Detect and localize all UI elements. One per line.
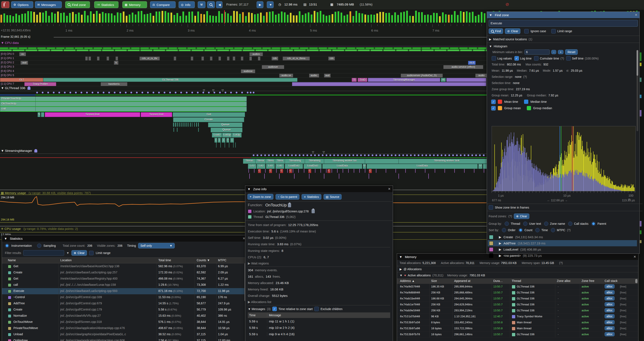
- sample-dot[interactable]: [70, 92, 71, 93]
- sample-dot[interactable]: [164, 92, 165, 93]
- stream-zone[interactable]: Streaming worker task: [398, 159, 495, 164]
- radio-order[interactable]: [502, 228, 506, 232]
- cpu-zone[interactable]: audioser: [262, 65, 284, 69]
- active-allocations-row[interactable]: ▼♥ Active allocations (70,311) Memory us…: [397, 272, 638, 278]
- stream-zone[interactable]: [365, 159, 399, 164]
- message-row[interactable]: 5.59 smip 9 w 4 h 4 (16): [248, 331, 390, 337]
- message-marker[interactable]: C: [258, 169, 261, 173]
- memory-row[interactable]: 0x7531d7b04096 KB1:10 234,952,16112:40.7…: [397, 314, 638, 320]
- copy-clipboard-icon[interactable]: [312, 209, 315, 213]
- cpu-graph-header[interactable]: ✳ CPU usage (y-range: 0.78%, visible dat…: [1, 227, 78, 231]
- stream-zone[interactable]: Strea: [266, 159, 275, 164]
- sample-dot[interactable]: [169, 92, 171, 93]
- column-header[interactable]: Size: [431, 279, 437, 282]
- cpu-zone[interactable]: audiose: [241, 69, 255, 73]
- stats-row[interactable]: ~Controljni/../jni/src/guif/Control.cpp:…: [2, 294, 248, 300]
- gl-zone[interactable]: LoUp: [232, 133, 242, 138]
- cpu-zone[interactable]: GLThread 336: [43, 78, 298, 82]
- memory-row[interactable]: 0x74ab9e5040256 KB293,994,219ns13:50.7GL…: [397, 308, 638, 314]
- alloc-callstack-button[interactable]: alloc: [604, 302, 614, 306]
- info-button[interactable]: ◎Info: [178, 1, 195, 8]
- cpu-zone[interactable]: kworker/u: [100, 82, 128, 86]
- column-header[interactable]: Zone free: [582, 279, 594, 282]
- sample-dot[interactable]: [175, 92, 176, 93]
- sample-dot[interactable]: [114, 92, 116, 93]
- cpu-data-header[interactable]: ▼ CPU data: [1, 41, 19, 45]
- zone-info-field[interactable]: ▶ Wait regions: [248, 260, 390, 267]
- sample-dot[interactable]: [406, 154, 408, 156]
- sample-dot[interactable]: [437, 154, 438, 156]
- sample-dot[interactable]: [253, 92, 254, 93]
- stats-row[interactable]: calljni/../jni/../../../src/claw/base/Lu…: [2, 282, 248, 288]
- sample-dot[interactable]: [202, 92, 204, 93]
- histogram-plot[interactable]: [492, 126, 636, 191]
- column-header[interactable]: Address ▲: [400, 279, 415, 282]
- messages-tree-toggle[interactable]: ▼ Messages: [248, 307, 265, 311]
- column-header[interactable]: Appeared at: [454, 279, 470, 282]
- memory-row[interactable]: 0x74a9d68040256 KB295,668,489ns13:50.7GL…: [397, 290, 638, 296]
- stream-zone[interactable]: Strea: [275, 159, 285, 164]
- collapsed-zone-marker[interactable]: ▽: [203, 89, 205, 92]
- stream-zone[interactable]: U: [363, 164, 366, 169]
- histogram-toggle[interactable]: ▼Histogram: [487, 43, 640, 48]
- sample-dot[interactable]: [219, 92, 221, 93]
- gl-zone[interactable]: Queue: [208, 122, 242, 127]
- cpu-zone[interactable]: Ti: [352, 78, 357, 82]
- sample-dot[interactable]: [64, 92, 66, 93]
- memory-button[interactable]: ▦Memory: [122, 1, 147, 8]
- sample-dot[interactable]: [330, 154, 331, 156]
- tools-button[interactable]: ⚒: [198, 1, 206, 8]
- sample-dot[interactable]: [241, 92, 243, 93]
- sample-dot[interactable]: [268, 154, 270, 156]
- time-relative-checkbox[interactable]: ✓: [272, 307, 277, 311]
- memory-graph[interactable]: 294.19 MB294.16 MB: [0, 193, 487, 226]
- stats-row[interactable]: Unloadjni/../jni/src/claw/graphics/pixel…: [2, 331, 248, 337]
- filter-icon[interactable]: ▼: [66, 251, 69, 255]
- span-zone[interactable]: PrivateTouchUp: [0, 96, 247, 102]
- sample-dot[interactable]: [230, 92, 232, 93]
- copy-clipboard-icon[interactable]: [288, 203, 291, 207]
- tiny-zone[interactable]: [258, 57, 260, 61]
- cpu-zone[interactable]: cds: [328, 57, 335, 61]
- sample-dot[interactable]: [349, 154, 350, 156]
- statistics-titlebar[interactable]: ▼ Statistics✕: [2, 235, 248, 242]
- sample-dot[interactable]: [253, 154, 254, 156]
- sample-dot[interactable]: [197, 92, 198, 93]
- sample-dot[interactable]: [291, 154, 293, 156]
- tiny-zone[interactable]: [198, 123, 199, 127]
- cpu-zone[interactable]: os: [19, 52, 26, 56]
- sample-dot[interactable]: [224, 92, 226, 93]
- zone-info-statistics-button[interactable]: ≡Statistics: [302, 194, 321, 200]
- message-marker[interactable]: C: [280, 169, 283, 173]
- sample-dot[interactable]: [47, 92, 49, 93]
- expand-arrow-icon[interactable]: ▶: [499, 235, 502, 239]
- collapsed-zone-marker[interactable]: ▽: [222, 89, 224, 92]
- expand-arrow-icon[interactable]: ▶: [499, 241, 502, 245]
- stats-row[interactable]: OnRedrawjni/../jni/src/claw/application/…: [2, 337, 248, 341]
- ghost-zones-icon[interactable]: [34, 149, 37, 152]
- sample-dot[interactable]: [260, 154, 262, 156]
- sample-dot[interactable]: [379, 154, 381, 156]
- exclude-children-checkbox[interactable]: [314, 307, 319, 311]
- sample-dot[interactable]: [136, 92, 138, 93]
- alloc-callstack-button[interactable]: alloc: [604, 296, 614, 300]
- sample-dot[interactable]: [80, 92, 82, 93]
- sample-dot[interactable]: [398, 154, 400, 156]
- tiny-zone[interactable]: [88, 57, 91, 61]
- sample-dot[interactable]: [108, 92, 110, 93]
- zone-info-source-button[interactable]: ▤Source: [324, 194, 342, 200]
- column-header[interactable]: Zone alloc: [557, 279, 571, 282]
- cpu-zone[interactable]: cds_ol_rx_thr: [139, 57, 160, 61]
- stream-zone[interactable]: LcU: [248, 164, 256, 169]
- stream-zone[interactable]: LoU: [256, 164, 266, 169]
- sample-dot[interactable]: [208, 92, 210, 93]
- sample-dot[interactable]: [387, 154, 389, 156]
- stream-zone[interactable]: Strear: [255, 159, 266, 164]
- sample-dot[interactable]: [287, 154, 289, 156]
- memory-row[interactable]: 0x7553b9fa9016 bytes153,722,396ns13:50.8…: [397, 326, 638, 331]
- sample-dot[interactable]: [429, 154, 431, 156]
- sample-dot[interactable]: [158, 92, 160, 93]
- sample-dot[interactable]: [464, 154, 466, 156]
- message-marker[interactable]: C: [327, 169, 330, 173]
- column-header[interactable]: Name: [8, 258, 16, 262]
